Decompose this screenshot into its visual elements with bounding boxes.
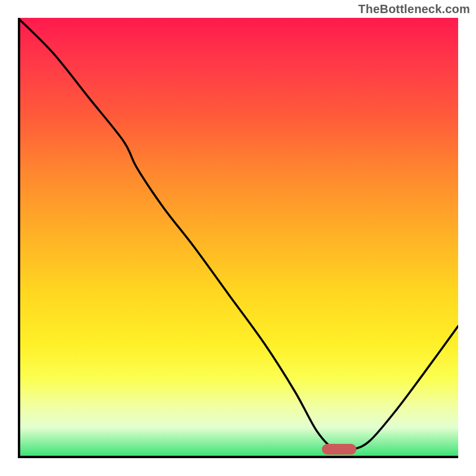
chart-container: TheBottleneck.com xyxy=(0,0,476,476)
plot-area xyxy=(18,18,458,458)
watermark-text: TheBottleneck.com xyxy=(358,2,470,16)
bottleneck-curve-path xyxy=(18,18,458,451)
optimum-marker xyxy=(322,444,356,455)
curve-svg xyxy=(18,18,458,458)
